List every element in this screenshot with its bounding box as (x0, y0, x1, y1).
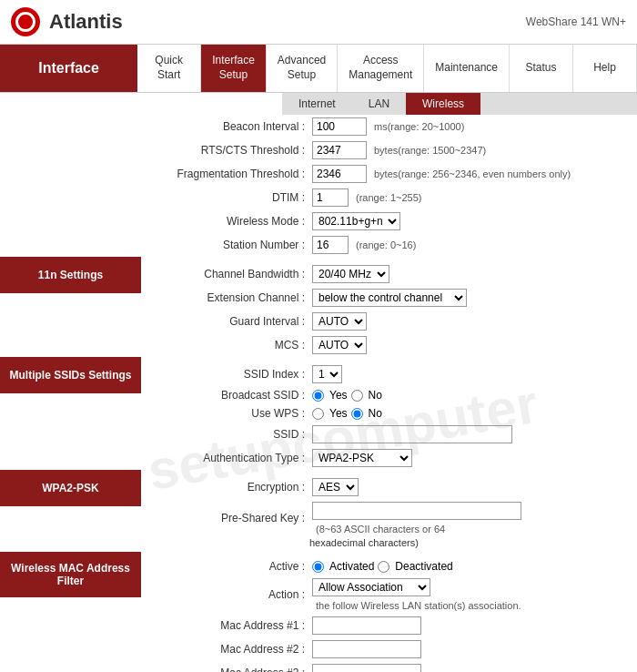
ssid-row: SSID : (141, 423, 637, 446)
auth-type-controls: WPA2-PSK (312, 449, 412, 467)
auth-type-label: Authentication Type : (148, 452, 312, 464)
mac-addr-1-input[interactable] (312, 616, 421, 635)
basic-section: Beacon Interval : ms(range: 20~1000) RTS… (0, 115, 637, 257)
broadcast-ssid-label: Broadcast SSID : (148, 389, 312, 402)
nav-item-advanced-setup[interactable]: AdvancedSetup (267, 45, 338, 92)
mac-addr-1-label: Mac Address #1 : (148, 619, 312, 632)
logo-icon (11, 7, 40, 36)
frag-threshold-controls: bytes(range: 256~2346, even numbers only… (312, 165, 571, 183)
extension-channel-label: Extension Channel : (148, 291, 312, 304)
use-wps-label: Use WPS : (148, 407, 312, 420)
use-wps-yes-label: Yes (329, 407, 348, 420)
encryption-select[interactable]: AES (312, 478, 359, 496)
channel-bw-row: Channel Bandwidth : 20/40 MHz (141, 262, 637, 286)
station-number-input[interactable] (312, 236, 349, 254)
main-content: setupcomputer Beacon Interval : ms(range… (0, 115, 637, 672)
mac-addr-3-input[interactable] (312, 664, 421, 672)
ssid-controls (312, 425, 512, 443)
wpa2-section-right: Encryption : AES Pre-Shared Key : (8~63 … (141, 470, 637, 552)
extension-channel-select[interactable]: below the control channel (312, 289, 467, 307)
extension-channel-controls: below the control channel (312, 289, 467, 307)
dtim-controls: (range: 1~255) (312, 188, 421, 207)
mac-deactivated-radio[interactable] (378, 561, 389, 573)
wpa2-section-left: WPA2-PSK (0, 470, 141, 552)
mac-addr-2-input[interactable] (312, 640, 421, 658)
11n-section-header: 11n Settings (0, 257, 141, 293)
ssid-index-controls: 1 (312, 365, 342, 383)
channel-bw-select[interactable]: 20/40 MHz (312, 265, 389, 283)
broadcast-ssid-yes-radio[interactable] (312, 390, 324, 402)
channel-bw-label: Channel Bandwidth : (148, 268, 312, 280)
pre-shared-key-row: Pre-Shared Key : (8~63 ASCII characters … (141, 499, 637, 537)
station-number-label: Station Number : (148, 239, 312, 251)
11n-section-left: 11n Settings (0, 257, 141, 357)
mac-addr-3-row: Mac Address #3 : (141, 661, 637, 672)
frag-threshold-hint: bytes(range: 256~2346, even numbers only… (374, 168, 571, 179)
nav-items-container: QuickStart InterfaceSetup AdvancedSetup … (137, 45, 637, 92)
beacon-interval-hint: ms(range: 20~1000) (374, 121, 464, 132)
mac-addr-3-label: Mac Address #3 : (148, 667, 312, 672)
ssids-section-right: SSID Index : 1 Broadcast SSID : Yes No U… (141, 357, 637, 470)
ssid-label: SSID : (148, 428, 312, 441)
nav-item-help[interactable]: Help (573, 45, 637, 92)
guard-interval-label: Guard Interval : (148, 315, 312, 328)
rts-threshold-input[interactable] (312, 141, 367, 159)
mac-activated-label: Activated (329, 560, 374, 573)
nav-item-maintenance[interactable]: Maintenance (424, 45, 510, 92)
encryption-label: Encryption : (148, 481, 312, 494)
sub-nav-wireless[interactable]: Wireless (406, 93, 480, 115)
logo-area: Atlantis (11, 7, 123, 36)
mcs-select[interactable]: AUTO (312, 336, 367, 354)
brand-name: Atlantis (49, 10, 123, 34)
guard-interval-select[interactable]: AUTO (312, 312, 367, 331)
ssid-index-label: SSID Index : (148, 368, 312, 381)
channel-bw-controls: 20/40 MHz (312, 265, 389, 283)
dtim-input[interactable] (312, 188, 349, 207)
mac-filter-section-header: Wireless MAC AddressFilter (0, 552, 141, 597)
use-wps-no-radio[interactable] (351, 408, 363, 420)
rts-threshold-row: RTS/CTS Threshold : bytes(range: 1500~23… (141, 138, 637, 162)
pre-shared-key-label: Pre-Shared Key : (148, 512, 312, 524)
sub-nav-internet[interactable]: Internet (282, 93, 352, 115)
nav-item-access-management[interactable]: AccessManagement (338, 45, 424, 92)
beacon-interval-input[interactable] (312, 117, 367, 136)
dtim-hint: (range: 1~255) (356, 192, 421, 203)
broadcast-ssid-controls: Yes No (312, 389, 382, 402)
mac-deactivated-label: Deactivated (395, 560, 452, 573)
wireless-mode-row: Wireless Mode : 802.11b+g+n (141, 209, 637, 233)
nav-item-status[interactable]: Status (510, 45, 573, 92)
sub-nav-spacer (0, 93, 141, 115)
sub-nav: Internet LAN Wireless (282, 93, 637, 115)
product-name: WebShare 141 WN+ (526, 15, 626, 28)
mac-active-row: Active : Activated Deactivated (141, 557, 637, 575)
ssids-section: Multiple SSIDs Settings SSID Index : 1 B… (0, 357, 637, 470)
mac-action-row: Action : Allow Association the follow Wi… (141, 575, 637, 614)
mac-action-select[interactable]: Allow Association (312, 578, 430, 596)
ssid-index-select[interactable]: 1 (312, 365, 342, 383)
use-wps-yes-radio[interactable] (312, 408, 324, 420)
frag-threshold-label: Fragmentation Threshold : (148, 168, 312, 180)
basic-section-left (0, 115, 141, 257)
pre-shared-key-input[interactable] (312, 502, 521, 520)
wireless-mode-select[interactable]: 802.11b+g+n (312, 212, 400, 230)
mac-addr-2-label: Mac Address #2 : (148, 643, 312, 656)
wireless-mode-controls: 802.11b+g+n (312, 212, 400, 230)
beacon-interval-controls: ms(range: 20~1000) (312, 117, 464, 136)
mac-action-label: Action : (148, 588, 312, 601)
nav-item-interface-setup[interactable]: InterfaceSetup (201, 45, 267, 92)
broadcast-ssid-no-radio[interactable] (351, 390, 363, 402)
wireless-mode-label: Wireless Mode : (148, 215, 312, 228)
ssids-section-left: Multiple SSIDs Settings (0, 357, 141, 470)
mcs-row: MCS : AUTO (141, 333, 637, 357)
11n-section: 11n Settings Channel Bandwidth : 20/40 M… (0, 257, 637, 357)
nav-item-quick-start[interactable]: QuickStart (137, 45, 201, 92)
mac-action-controls: Allow Association the follow Wireless LA… (312, 578, 630, 611)
mac-activated-radio[interactable] (312, 561, 324, 573)
main-nav: Interface QuickStart InterfaceSetup Adva… (0, 45, 637, 93)
guard-interval-row: Guard Interval : AUTO (141, 310, 637, 333)
sub-nav-lan[interactable]: LAN (352, 93, 406, 115)
frag-threshold-input[interactable] (312, 165, 367, 183)
station-number-hint: (range: 0~16) (356, 239, 416, 250)
auth-type-select[interactable]: WPA2-PSK (312, 449, 412, 467)
ssid-input[interactable] (312, 425, 512, 443)
